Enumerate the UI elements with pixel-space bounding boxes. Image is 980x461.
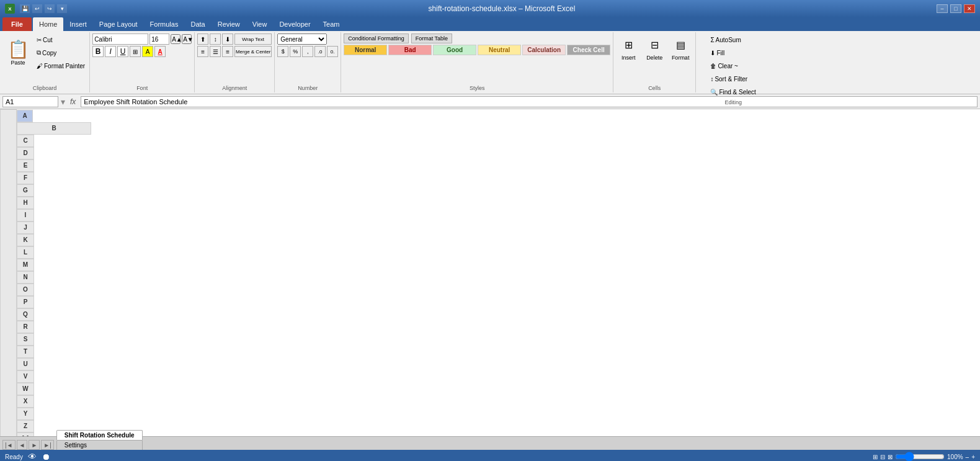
border-btn[interactable]: ⊞ — [130, 46, 141, 57]
align-bottom-btn[interactable]: ⬇ — [222, 34, 233, 45]
align-middle-btn[interactable]: ↕ — [210, 34, 221, 45]
sort-filter-button[interactable]: ↕ Sort & Filter — [708, 73, 749, 85]
col-header-Y[interactable]: Y — [17, 408, 34, 420]
sheet-nav-prev[interactable]: ◄ — [17, 440, 28, 450]
align-center-btn[interactable]: ☰ — [210, 46, 221, 57]
redo-quick-btn[interactable]: ↪ — [45, 4, 55, 13]
col-header-C[interactable]: C — [17, 135, 34, 147]
col-header-S[interactable]: S — [17, 333, 34, 346]
style-bad[interactable]: Bad — [388, 45, 432, 55]
horizontal-scrollbar[interactable] — [144, 440, 978, 450]
copy-button[interactable]: ⧉ Copy — [35, 47, 87, 59]
increase-font-btn[interactable]: A▲ — [171, 34, 180, 44]
col-header-O[interactable]: O — [17, 284, 34, 296]
style-neutral[interactable]: Neutral — [478, 45, 521, 55]
sheet-nav-first[interactable]: |◄ — [2, 440, 16, 450]
fill-color-btn[interactable]: A — [142, 46, 153, 57]
style-check-cell[interactable]: Check Cell — [567, 45, 610, 55]
minimize-btn[interactable]: – — [937, 4, 948, 13]
col-header-U[interactable]: U — [17, 358, 34, 370]
ribbon-tab-page-layout[interactable]: Page Layout — [93, 17, 144, 31]
increase-decimal-btn[interactable]: .0 — [314, 46, 326, 57]
comma-btn[interactable]: , — [302, 46, 313, 57]
col-header-H[interactable]: H — [17, 197, 34, 209]
bold-button[interactable]: B — [92, 46, 104, 57]
font-color-btn[interactable]: A — [154, 46, 166, 57]
customize-quick-btn[interactable]: ▾ — [57, 4, 67, 13]
col-header-R[interactable]: R — [17, 321, 34, 333]
font-name-input[interactable] — [92, 34, 148, 45]
currency-btn[interactable]: $ — [277, 46, 288, 57]
zoom-minus-btn[interactable]: – — [966, 454, 969, 460]
spreadsheet-scroll[interactable]: ABCDEFGHIJKLMNOPQRSTUVWXYZAAABACADAEAF1E… — [0, 109, 980, 436]
col-header-B[interactable]: B — [17, 122, 91, 135]
find-select-button[interactable]: 🔍 Find & Select — [708, 86, 757, 98]
zoom-plus-btn[interactable]: + — [971, 454, 975, 460]
ribbon-tab-file[interactable]: File — [2, 17, 32, 31]
sheet-tab-1[interactable]: Settings — [56, 440, 143, 450]
style-calculation[interactable]: Calculation — [522, 45, 566, 55]
col-header-X[interactable]: X — [17, 395, 34, 408]
formula-input[interactable] — [81, 96, 978, 107]
conditional-formatting-btn[interactable]: Conditional Formatting — [344, 34, 409, 43]
col-header-L[interactable]: L — [17, 246, 34, 259]
ribbon-tab-review[interactable]: Review — [212, 17, 246, 31]
align-top-btn[interactable]: ⬆ — [197, 34, 208, 45]
undo-quick-btn[interactable]: ↩ — [32, 4, 42, 13]
italic-button[interactable]: I — [105, 46, 116, 57]
screen-reader-icon[interactable]: 👁 — [28, 452, 37, 461]
number-format-select[interactable]: General — [277, 34, 327, 45]
col-header-AA[interactable]: AA — [17, 432, 34, 437]
paste-button[interactable]: 📋 Paste — [2, 34, 33, 71]
delete-button[interactable]: ⊟ Delete — [642, 34, 667, 63]
cut-button[interactable]: ✂ Cut — [35, 34, 87, 46]
ribbon-tab-insert[interactable]: Insert — [63, 17, 93, 31]
col-header-V[interactable]: V — [17, 370, 34, 383]
cell-ref-input[interactable] — [2, 96, 58, 107]
ribbon-tab-data[interactable]: Data — [184, 17, 211, 31]
style-normal[interactable]: Normal — [344, 45, 387, 55]
zoom-slider[interactable] — [895, 452, 945, 461]
percent-btn[interactable]: % — [290, 46, 301, 57]
layout-normal-btn[interactable]: ⊞ — [873, 454, 878, 460]
align-left-btn[interactable]: ≡ — [197, 46, 208, 57]
save-quick-btn[interactable]: 💾 — [20, 4, 30, 13]
col-header-J[interactable]: J — [17, 222, 34, 234]
col-header-N[interactable]: N — [17, 271, 34, 284]
macro-icon[interactable]: ⏺ — [42, 452, 50, 461]
col-header-M[interactable]: M — [17, 259, 34, 271]
ribbon-tab-team[interactable]: Team — [317, 17, 346, 31]
sheet-nav-next[interactable]: ► — [29, 440, 40, 450]
col-header-T[interactable]: T — [17, 346, 34, 358]
ribbon-tab-home[interactable]: Home — [33, 17, 63, 31]
ribbon-tab-developer[interactable]: Developer — [273, 17, 316, 31]
autosum-button[interactable]: Σ AutoSum — [708, 34, 742, 46]
maximize-btn[interactable]: □ — [950, 4, 961, 13]
sheet-nav-last[interactable]: ►| — [41, 440, 54, 450]
col-header-E[interactable]: E — [17, 159, 34, 172]
col-header-F[interactable]: F — [17, 172, 34, 184]
font-size-input[interactable] — [149, 34, 169, 45]
align-right-btn[interactable]: ≡ — [222, 46, 233, 57]
col-header-Q[interactable]: Q — [17, 308, 34, 321]
style-good[interactable]: Good — [433, 45, 476, 55]
decrease-decimal-btn[interactable]: 0. — [327, 46, 338, 57]
col-header-Z[interactable]: Z — [17, 420, 34, 432]
clear-button[interactable]: 🗑 Clear ~ — [708, 60, 740, 72]
col-header-P[interactable]: P — [17, 296, 34, 308]
col-header-I[interactable]: I — [17, 209, 34, 222]
layout-page-btn[interactable]: ⊟ — [880, 454, 885, 460]
wrap-text-btn[interactable]: Wrap Text — [234, 34, 272, 45]
merge-center-btn[interactable]: Merge & Center — [234, 46, 272, 57]
format-as-table-btn[interactable]: Format Table — [411, 34, 452, 43]
ribbon-tab-view[interactable]: View — [246, 17, 274, 31]
underline-button[interactable]: U — [117, 46, 128, 57]
ribbon-tab-formulas[interactable]: Formulas — [144, 17, 185, 31]
sheet-tab-0[interactable]: Shift Rotation Schedule — [56, 430, 143, 440]
format-painter-button[interactable]: 🖌 Format Painter — [35, 60, 87, 72]
col-header-W[interactable]: W — [17, 383, 34, 395]
decrease-font-btn[interactable]: A▼ — [182, 34, 192, 44]
insert-button[interactable]: ⊞ Insert — [616, 34, 641, 63]
layout-preview-btn[interactable]: ⊠ — [888, 454, 893, 460]
close-btn[interactable]: ✕ — [964, 4, 975, 13]
